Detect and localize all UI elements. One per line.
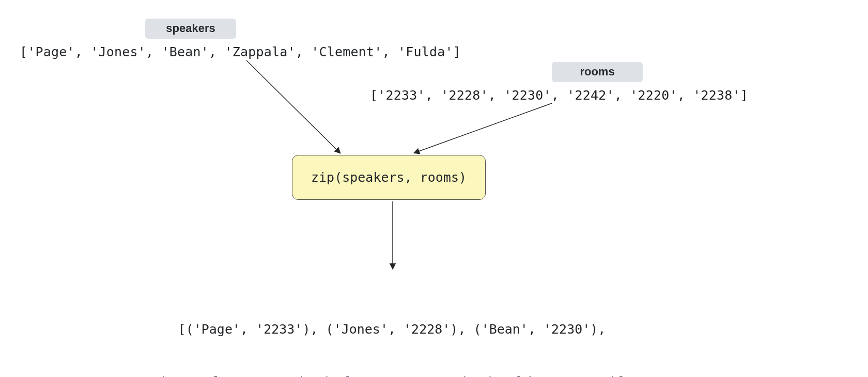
chip-speakers: speakers — [145, 19, 236, 39]
zip-call-box: zip(speakers, rooms) — [292, 155, 486, 200]
zip-result-line-2: ('Zappala', '2242'), ('Clement', '2220')… — [0, 373, 784, 377]
speakers-list-code: ['Page', 'Jones', 'Bean', 'Zappala', 'Cl… — [20, 44, 461, 59]
zip-result-line-1: [('Page', '2233'), ('Jones', '2228'), ('… — [0, 321, 784, 338]
chip-rooms: rooms — [552, 62, 643, 82]
svg-line-1 — [414, 103, 552, 153]
rooms-list-code: ['2233', '2228', '2230', '2242', '2220',… — [370, 88, 748, 103]
svg-line-0 — [246, 60, 340, 153]
diagram-canvas: speakers rooms ['Page', 'Jones', 'Bean',… — [0, 0, 868, 377]
zip-result: [('Page', '2233'), ('Jones', '2228'), ('… — [0, 286, 784, 377]
zip-call-text: zip(speakers, rooms) — [311, 170, 467, 185]
